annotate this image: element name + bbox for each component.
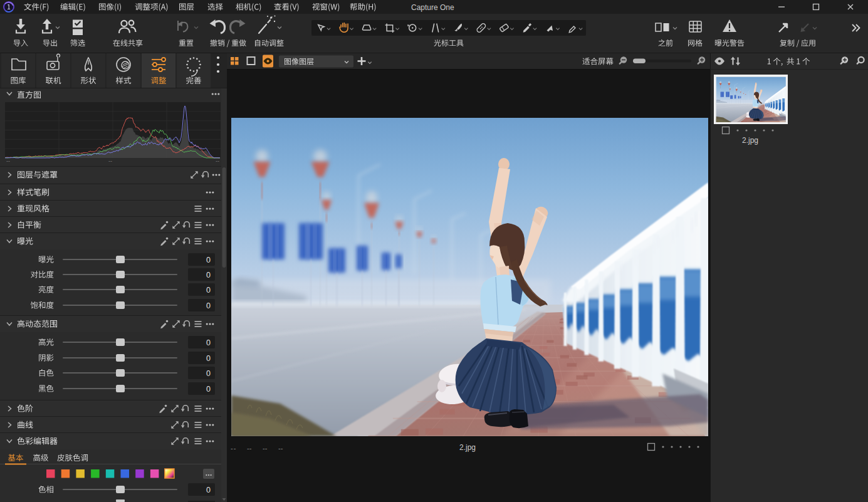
svg-text:2.jpg: 2.jpg xyxy=(459,443,476,452)
svg-text:0: 0 xyxy=(206,354,211,363)
svg-text:0: 0 xyxy=(206,486,211,494)
svg-text:Capture One: Capture One xyxy=(411,3,454,12)
svg-text:0: 0 xyxy=(206,286,211,295)
svg-text:0: 0 xyxy=(206,338,211,347)
svg-text:2.jpg: 2.jpg xyxy=(742,136,758,145)
svg-text:0: 0 xyxy=(206,301,211,310)
svg-text:--: -- xyxy=(278,444,283,452)
svg-text:0: 0 xyxy=(206,256,211,264)
svg-text:--: -- xyxy=(263,444,268,452)
svg-text:--: -- xyxy=(6,158,10,164)
svg-text:--: -- xyxy=(216,158,219,164)
svg-text:--: -- xyxy=(231,444,236,452)
svg-text:0: 0 xyxy=(206,271,211,280)
svg-text:--: -- xyxy=(108,158,112,164)
svg-text:0: 0 xyxy=(206,369,211,378)
svg-text:0: 0 xyxy=(206,385,211,394)
svg-text:--: -- xyxy=(247,444,252,452)
